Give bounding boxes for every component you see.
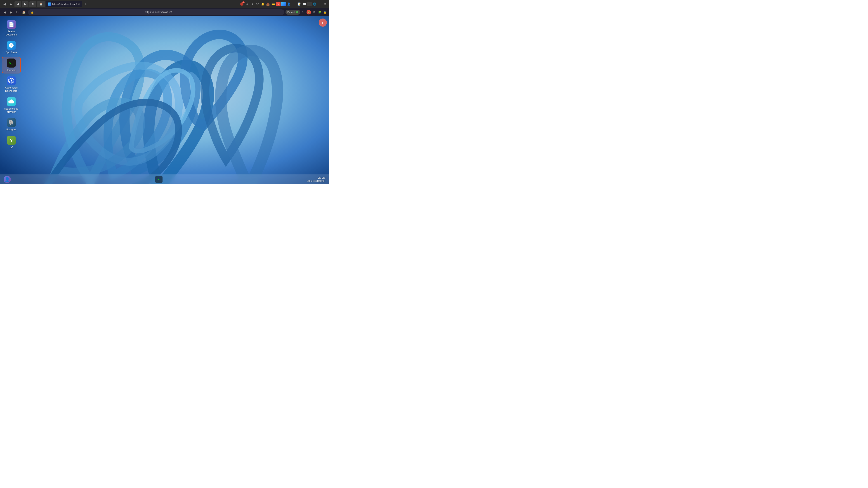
- profile-sync-icon: [296, 11, 298, 13]
- hboxx-icon[interactable]: H: [307, 2, 312, 6]
- vpn-icon[interactable]: V: [276, 2, 281, 6]
- desktop: 📄 Sealos Document App Store >_ Terminal: [0, 16, 329, 184]
- svg-line-7: [8, 81, 10, 82]
- secure-lock-icon: 🔒: [31, 11, 34, 14]
- toolbar-screen-icon[interactable]: 🖥: [312, 10, 316, 14]
- extension-download-icon[interactable]: 📥: [266, 2, 270, 6]
- clock-time: 23:28: [307, 176, 326, 180]
- laf-icon: Y: [7, 136, 16, 145]
- sealos-ext-icon[interactable]: S: [281, 2, 286, 6]
- address-bar[interactable]: 🔒 https://cloud.sealos.io/: [28, 9, 284, 15]
- wallet-icon[interactable]: 💳: [271, 2, 275, 6]
- tab-nav-1[interactable]: ◀: [14, 1, 21, 7]
- desktop-icon-laf[interactable]: Y laf: [2, 134, 20, 150]
- svg-line-8: [8, 79, 10, 80]
- cloud-provider-label: sealos cloud provider: [4, 107, 19, 113]
- refresh-icon: ↻: [32, 2, 34, 6]
- sealos-doc-label: Sealos Document: [4, 30, 19, 36]
- browser-tab-bar: ◀ ▶ ◀ ▶ ↻ 🏠 https://cloud.sealos.io/ ✕ +…: [0, 0, 329, 8]
- forward-button[interactable]: ▶: [8, 1, 13, 7]
- toolbar-forward-button[interactable]: ▶: [8, 9, 14, 15]
- desktop-icon-app-store[interactable]: App Store: [2, 39, 20, 55]
- taskbar-terminal-app[interactable]: >_: [155, 176, 162, 183]
- kubernetes-label: Kubernetes Dashboard: [4, 86, 19, 93]
- postgres-label: Postgres: [6, 128, 16, 131]
- desktop-icon-list: 📄 Sealos Document App Store >_ Terminal: [2, 19, 20, 150]
- tab-sealos-active[interactable]: https://cloud.sealos.io/ ✕: [46, 1, 82, 7]
- tab-sealos-label: https://cloud.sealos.io/: [52, 3, 77, 5]
- desktop-icon-terminal[interactable]: >_ Terminal: [2, 57, 20, 73]
- svg-line-5: [12, 81, 14, 82]
- profile-label: Default: [287, 11, 295, 13]
- address-toolbar: ◀ ▶ ↻ 🏠 🔒 https://cloud.sealos.io/ Defau…: [0, 8, 329, 16]
- svg-line-4: [12, 79, 14, 80]
- app-store-icon: [7, 41, 16, 50]
- translate-icon[interactable]: T: [291, 2, 296, 6]
- toolbar-refresh-button[interactable]: ↻: [14, 9, 20, 15]
- download-icon[interactable]: ⬇: [245, 2, 249, 6]
- desktop-icon-kubernetes[interactable]: Kubernetes Dashboard: [2, 75, 20, 94]
- clock-date: 2023年03月02日: [307, 180, 326, 183]
- tab-refresh[interactable]: ↻: [29, 1, 36, 7]
- desktop-icon-cloud-provider[interactable]: sealos cloud provider: [2, 96, 20, 115]
- url-display[interactable]: https://cloud.sealos.io/: [35, 11, 281, 14]
- shield-icon[interactable]: 🛡: [255, 2, 260, 6]
- notification-icon[interactable]: 🔔: [260, 2, 265, 6]
- terminal-label: Terminal: [6, 68, 16, 72]
- tab-1-label: ◀: [17, 2, 19, 6]
- laf-label: laf: [10, 146, 13, 149]
- wallpaper: [0, 16, 329, 184]
- bookmark-icon[interactable]: ★: [250, 2, 254, 6]
- cloud-provider-icon: [7, 97, 16, 106]
- toolbar-lock-icon[interactable]: 🔒: [323, 10, 327, 14]
- back-button[interactable]: ◀: [2, 1, 7, 7]
- user-icon[interactable]: 👤: [286, 2, 291, 6]
- sealos-doc-icon: 📄: [7, 20, 16, 29]
- tab-add-button[interactable]: +: [83, 1, 88, 7]
- kubernetes-icon: [7, 76, 16, 85]
- menu-icon[interactable]: ≡: [323, 2, 327, 6]
- clock-display: 23:28 2023年03月02日: [307, 176, 326, 183]
- sealos-favicon: [48, 2, 51, 6]
- bookmark-mgr-icon[interactable]: 📖: [302, 2, 307, 6]
- lang-icon[interactable]: 🌐: [312, 2, 317, 6]
- more-icon[interactable]: 📝: [297, 2, 301, 6]
- svg-point-2: [11, 80, 12, 81]
- taskbar: 👤 >_ 23:28 2023年03月02日: [0, 174, 329, 184]
- extension-1[interactable]: 1: [240, 2, 244, 6]
- toolbar-brave-icon[interactable]: 🦁: [307, 10, 311, 14]
- toolbar-refresh-ext[interactable]: ↻: [301, 10, 306, 14]
- postgres-icon: 🐘: [7, 118, 16, 127]
- toolbar-back-button[interactable]: ◀: [2, 9, 8, 15]
- user-avatar[interactable]: 👤: [4, 176, 11, 183]
- tab-2-label: ▶: [24, 2, 26, 6]
- tab-home[interactable]: 🏠: [37, 1, 45, 7]
- user-account-button[interactable]: r: [319, 19, 327, 27]
- tab-nav-2[interactable]: ▶: [22, 1, 29, 7]
- desktop-icon-postgres[interactable]: 🐘 Postgres: [2, 117, 20, 132]
- toolbar-home-button[interactable]: 🏠: [21, 9, 27, 15]
- toolbar-puzzle-icon[interactable]: 🧩: [317, 10, 322, 14]
- profile-button[interactable]: Default: [285, 10, 300, 15]
- home-icon: 🏠: [39, 2, 43, 6]
- overflow-icon[interactable]: ⋮: [318, 2, 322, 6]
- app-store-label: App Store: [6, 51, 17, 54]
- desktop-icon-sealos-doc[interactable]: 📄 Sealos Document: [2, 19, 20, 38]
- terminal-icon: >_: [7, 59, 16, 68]
- tab-close-icon[interactable]: ✕: [78, 3, 80, 5]
